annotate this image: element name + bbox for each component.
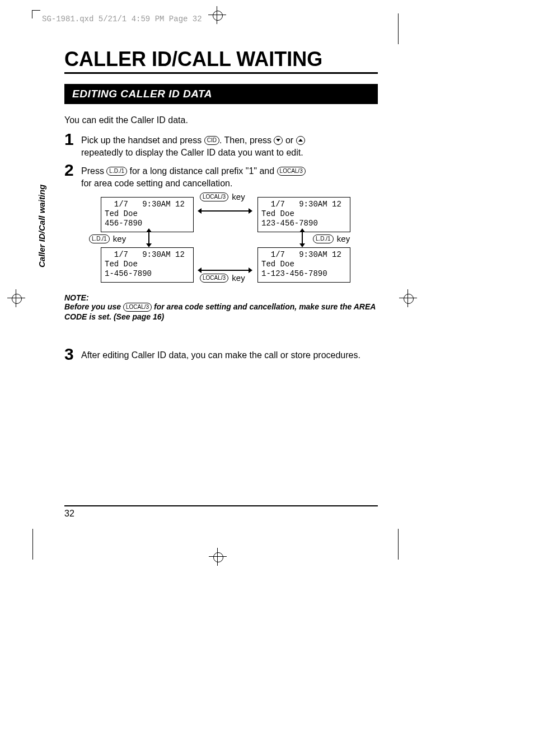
lcd-line: 1-456-7890 [105, 269, 152, 278]
double-arrow-icon [198, 267, 252, 273]
page-title: CALLER ID/CALL WAITING [64, 48, 378, 74]
text: key [232, 192, 245, 201]
registration-mark [212, 551, 224, 563]
lcd-line: 123-456-7890 [261, 219, 318, 228]
local3-key-icon: LOCAL/3 [123, 303, 152, 312]
key-label: LOCAL/3 key [200, 273, 245, 283]
text: for area code setting and cancellation. [81, 179, 232, 188]
page-number: 32 [64, 505, 378, 519]
ld1-key-icon: L.D./1 [106, 167, 127, 176]
note: NOTE: Before you use LOCAL/3 for area co… [64, 293, 378, 321]
text: key [337, 234, 350, 243]
step-3: 3 After editing Caller ID data, you can … [64, 348, 378, 363]
step-number: 1 [64, 131, 81, 148]
double-arrow-icon [299, 228, 305, 247]
key-label: LOCAL/3 key [200, 192, 245, 202]
step-number: 3 [64, 346, 81, 363]
lcd-line: Ted Doe [105, 260, 138, 269]
cid-key-icon: CID [204, 136, 219, 145]
step-body: Pick up the handset and press CID. Then,… [81, 133, 378, 158]
text: Before you use [64, 302, 121, 311]
lcd-line: Ted Doe [105, 209, 138, 218]
text: Press [81, 166, 104, 176]
lcd-line: 1-123-456-7890 [261, 269, 327, 278]
lcd-line: 1/7 9:30AM 12 [261, 250, 341, 259]
registration-mark [402, 292, 414, 304]
lcd-line: 456-7890 [105, 219, 142, 228]
file-metadata: SG-1981.qxd 5/21/1 4:59 PM Page 32 [42, 15, 202, 24]
text: key [232, 273, 245, 283]
double-arrow-icon [146, 228, 152, 247]
double-arrow-icon [198, 208, 252, 214]
registration-mark [211, 9, 223, 21]
lcd-display: 1/7 9:30AM 12 Ted Doe 456-7890 [101, 197, 194, 232]
crop-mark [32, 529, 33, 560]
lcd-display: 1/7 9:30AM 12 Ted Doe 1-456-7890 [101, 247, 194, 282]
lcd-line: 1/7 9:30AM 12 [105, 200, 185, 209]
section-header: EDITING CALLER ID DATA [64, 84, 378, 104]
step-body: After editing Caller ID data, you can ma… [81, 348, 378, 361]
registration-mark [10, 292, 22, 304]
text: repeatedly to display the Caller ID data… [81, 148, 303, 157]
state-diagram: 1/7 9:30AM 12 Ted Doe 456-7890 1/7 9:30A… [76, 195, 378, 290]
text: for a long distance call prefix "1" and [130, 166, 275, 176]
text: key [113, 234, 126, 243]
text: or [285, 135, 293, 145]
ld1-key-icon: L.D./1 [89, 234, 110, 243]
lcd-line: 1/7 9:30AM 12 [105, 250, 185, 259]
intro-text: You can edit the Caller ID data. [64, 115, 378, 125]
down-arrow-icon [274, 136, 283, 145]
key-label: L.D./1 key [89, 234, 126, 244]
step-1: 1 Pick up the handset and press CID. The… [64, 133, 378, 158]
step-number: 2 [64, 162, 81, 179]
ld1-key-icon: L.D./1 [313, 234, 334, 243]
step-2: 2 Press L.D./1 for a long distance call … [64, 164, 378, 189]
local3-key-icon: LOCAL/3 [277, 167, 306, 176]
lcd-display: 1/7 9:30AM 12 Ted Doe 123-456-7890 [257, 197, 350, 232]
note-heading: NOTE: [64, 293, 378, 302]
step-body: Press L.D./1 for a long distance call pr… [81, 164, 378, 189]
lcd-line: 1/7 9:30AM 12 [261, 200, 341, 209]
key-label: L.D./1 key [313, 234, 350, 244]
crop-mark [398, 529, 399, 560]
lcd-line: Ted Doe [261, 260, 294, 269]
crop-mark [398, 13, 399, 44]
local3-key-icon: LOCAL/3 [200, 274, 228, 283]
note-body: Before you use LOCAL/3 for area code set… [64, 302, 378, 321]
side-tab: Caller ID/Call waiting [37, 185, 46, 267]
crop-mark [32, 10, 40, 18]
local3-key-icon: LOCAL/3 [200, 192, 228, 201]
text: Pick up the handset and press [81, 135, 202, 145]
up-arrow-icon [296, 136, 305, 145]
lcd-display: 1/7 9:30AM 12 Ted Doe 1-123-456-7890 [257, 247, 350, 282]
lcd-line: Ted Doe [261, 209, 294, 218]
text: . Then, press [219, 135, 271, 145]
